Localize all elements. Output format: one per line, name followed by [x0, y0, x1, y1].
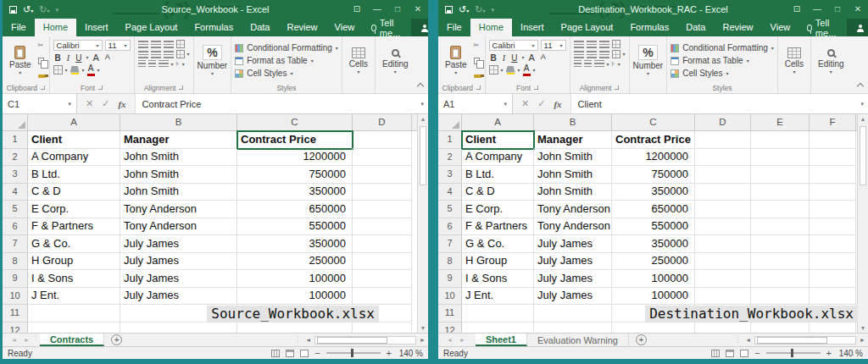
cell-E3[interactable] — [751, 166, 810, 184]
italic-button[interactable]: I — [501, 53, 507, 63]
maximize-icon[interactable]: □ — [387, 0, 408, 19]
row-header-11[interactable]: 11 — [3, 305, 28, 323]
percent-style-button[interactable]: % — [203, 45, 221, 60]
cell-C1[interactable]: Contract Price — [612, 131, 695, 149]
vertical-scrollbar[interactable]: ▲ ▼ — [857, 114, 868, 333]
zoom-slider-thumb[interactable] — [791, 349, 793, 357]
italic-button[interactable]: I — [65, 53, 71, 63]
row-header-12[interactable]: 12 — [438, 323, 462, 334]
horizontal-scrollbar[interactable] — [314, 336, 416, 345]
cell-B4[interactable]: John Smith — [534, 184, 612, 201]
cell-A8[interactable]: H Group — [28, 253, 120, 271]
align-top-icon[interactable] — [574, 41, 584, 48]
cell-C7[interactable]: 350000 — [612, 235, 695, 253]
bold-button[interactable]: B — [489, 53, 498, 63]
cell-C4[interactable]: 350000 — [237, 184, 353, 201]
cell-C8[interactable]: 250000 — [237, 253, 353, 271]
cell-B9[interactable]: July James — [120, 270, 237, 288]
cell-styles-button[interactable]: Cell Styles▾ — [235, 68, 338, 80]
row-header-4[interactable]: 4 — [438, 184, 462, 201]
zoom-out-icon[interactable]: − — [754, 349, 760, 358]
cell-B3[interactable]: John Smith — [120, 166, 237, 184]
cell-A10[interactable]: J Ent. — [462, 288, 534, 306]
cell-D10[interactable] — [695, 288, 751, 306]
cell-A1[interactable]: Client — [462, 131, 534, 149]
cell-D9[interactable] — [695, 270, 751, 288]
dialog-launcher-icon[interactable] — [179, 85, 183, 90]
cell-D1[interactable] — [353, 131, 412, 149]
menu-tab-insert[interactable]: Insert — [512, 19, 553, 36]
menu-tab-home[interactable]: Home — [470, 19, 512, 36]
cell-E5[interactable] — [751, 201, 810, 218]
cell-A5[interactable]: E Corp. — [462, 201, 534, 218]
decrease-font-button[interactable]: A — [539, 53, 548, 62]
menu-tab-data[interactable]: Data — [677, 19, 714, 36]
merge-center-icon[interactable] — [612, 50, 620, 58]
cell-A11[interactable] — [462, 305, 534, 323]
wrap-text-icon[interactable] — [159, 60, 169, 68]
cell-C10[interactable]: 100000 — [237, 288, 353, 306]
cell-E12[interactable] — [751, 323, 810, 334]
cell-B6[interactable]: Tony Anderson — [534, 218, 612, 236]
orientation-icon[interactable] — [176, 40, 185, 48]
menu-tab-insert[interactable]: Insert — [76, 19, 117, 36]
zoom-in-icon[interactable]: + — [387, 349, 392, 358]
confirm-entry-icon[interactable]: ✓ — [537, 98, 545, 109]
sheet-tab-evaluation-warning[interactable]: Evaluation Warning — [527, 334, 629, 346]
cell-B2[interactable]: John Smith — [120, 149, 237, 167]
underline-button[interactable]: U — [74, 53, 83, 63]
cell-C6[interactable]: 550000 — [612, 218, 695, 236]
increase-indent-icon[interactable] — [584, 60, 592, 68]
align-right-icon[interactable] — [164, 51, 174, 58]
cell-A12[interactable] — [28, 323, 120, 334]
cell-styles-button[interactable]: Cell Styles▾ — [670, 68, 774, 80]
dialog-launcher-icon[interactable] — [534, 85, 538, 90]
align-middle-icon[interactable] — [587, 41, 597, 48]
row-header-9[interactable]: 9 — [438, 270, 462, 288]
cell-D5[interactable] — [353, 201, 412, 218]
dialog-launcher-icon[interactable] — [476, 85, 481, 90]
borders-button[interactable] — [53, 65, 63, 74]
cell-C5[interactable]: 650000 — [237, 201, 353, 218]
sheet-tab-sheet1[interactable]: Sheet1 — [476, 334, 527, 346]
horizontal-scroll-thumb[interactable] — [757, 337, 827, 344]
cut-button[interactable]: ✂ — [474, 41, 481, 50]
save-icon[interactable] — [445, 6, 453, 14]
cell-D8[interactable] — [695, 253, 751, 271]
cell-B9[interactable]: July James — [534, 270, 612, 288]
row-header-8[interactable]: 8 — [438, 253, 462, 271]
cell-F2[interactable] — [810, 149, 856, 167]
insert-function-icon[interactable]: fx — [118, 99, 125, 109]
save-icon[interactable] — [9, 6, 17, 14]
format-as-table-button[interactable]: Format as Table▾ — [235, 55, 338, 67]
column-header-E[interactable]: E — [751, 114, 810, 130]
scroll-right-icon[interactable]: ► — [860, 337, 865, 343]
column-header-D[interactable]: D — [695, 114, 751, 130]
menu-tab-formulas[interactable]: Formulas — [621, 19, 677, 36]
cell-E1[interactable] — [751, 131, 810, 149]
column-header-A[interactable]: A — [462, 114, 534, 130]
cell-C4[interactable]: 350000 — [612, 184, 695, 201]
row-header-5[interactable]: 5 — [3, 201, 28, 218]
cell-E7[interactable] — [751, 235, 810, 253]
format-painter-button[interactable] — [38, 71, 46, 80]
row-header-3[interactable]: 3 — [438, 166, 462, 184]
editing-button[interactable]: Editing ▾ — [815, 39, 848, 82]
fill-color-button[interactable] — [70, 66, 80, 75]
cell-C7[interactable]: 350000 — [237, 235, 353, 253]
row-header-11[interactable]: 11 — [438, 305, 462, 323]
cancel-entry-icon[interactable]: ✕ — [86, 98, 93, 109]
dialog-launcher-icon[interactable] — [98, 85, 103, 90]
name-box[interactable]: C1 ▾ — [3, 94, 77, 113]
row-header-9[interactable]: 9 — [3, 270, 28, 288]
scroll-up-icon[interactable]: ▲ — [418, 116, 428, 122]
cell-E10[interactable] — [751, 288, 810, 306]
row-header-12[interactable]: 12 — [3, 323, 28, 334]
percent-style-button[interactable]: % — [638, 45, 657, 60]
decrease-indent-icon[interactable] — [574, 60, 581, 68]
cell-A7[interactable]: G & Co. — [462, 235, 534, 253]
page-break-view-icon[interactable] — [740, 350, 748, 357]
increase-font-button[interactable]: A — [526, 52, 536, 63]
wrap-text-icon[interactable] — [594, 60, 604, 68]
font-size-select[interactable]: 11▾ — [541, 40, 566, 51]
